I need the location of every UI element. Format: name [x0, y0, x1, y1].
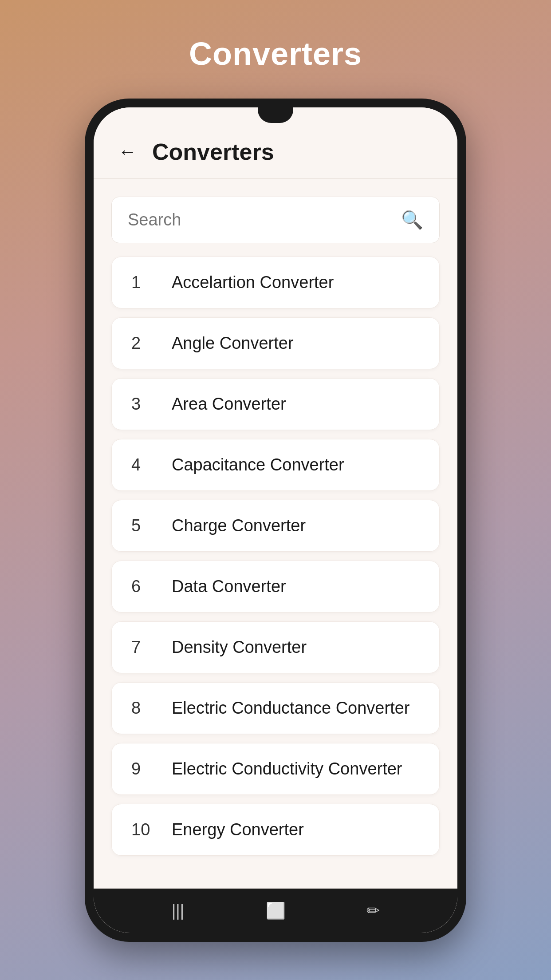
- item-number: 9: [131, 759, 156, 778]
- search-input[interactable]: [128, 210, 401, 229]
- item-number: 10: [131, 820, 156, 839]
- item-label: Electric Conductivity Converter: [172, 759, 402, 778]
- item-number: 7: [131, 638, 156, 657]
- item-number: 3: [131, 395, 156, 414]
- item-label: Accelartion Converter: [172, 273, 334, 292]
- item-number: 6: [131, 577, 156, 596]
- item-label: Electric Conductance Converter: [172, 699, 409, 718]
- item-number: 1: [131, 273, 156, 292]
- list-item[interactable]: 5 Charge Converter: [111, 500, 440, 552]
- item-number: 5: [131, 516, 156, 535]
- list-item[interactable]: 1 Accelartion Converter: [111, 257, 440, 308]
- item-label: Angle Converter: [172, 334, 294, 353]
- item-label: Area Converter: [172, 395, 286, 414]
- item-label: Charge Converter: [172, 516, 306, 535]
- item-label: Data Converter: [172, 577, 286, 596]
- list-item[interactable]: 4 Capacitance Converter: [111, 439, 440, 491]
- item-number: 8: [131, 699, 156, 718]
- item-number: 4: [131, 455, 156, 474]
- list-item[interactable]: 7 Density Converter: [111, 621, 440, 673]
- list-item[interactable]: 8 Electric Conductance Converter: [111, 682, 440, 734]
- phone-screen: ← Converters 🔍 1 Accelartion Converter 2…: [94, 107, 457, 933]
- recent-apps-button[interactable]: |||: [162, 895, 193, 926]
- item-label: Capacitance Converter: [172, 455, 344, 474]
- home-button[interactable]: ⬜: [260, 895, 291, 926]
- item-number: 2: [131, 334, 156, 353]
- header-title: Converters: [152, 138, 274, 165]
- bottom-bar: ||| ⬜ ✏: [94, 889, 457, 933]
- list-item[interactable]: 6 Data Converter: [111, 561, 440, 612]
- list-item[interactable]: 10 Energy Converter: [111, 804, 440, 856]
- back-button[interactable]: ←: [116, 139, 139, 165]
- phone-frame: ← Converters 🔍 1 Accelartion Converter 2…: [85, 99, 466, 942]
- item-label: Energy Converter: [172, 820, 304, 839]
- search-bar[interactable]: 🔍: [111, 197, 440, 243]
- back-nav-button[interactable]: ✏: [358, 895, 389, 926]
- list-item[interactable]: 3 Area Converter: [111, 378, 440, 430]
- list-item[interactable]: 2 Angle Converter: [111, 317, 440, 369]
- page-title: Converters: [189, 36, 362, 72]
- list-item[interactable]: 9 Electric Conductivity Converter: [111, 743, 440, 795]
- search-icon: 🔍: [401, 209, 423, 230]
- item-label: Density Converter: [172, 638, 307, 657]
- screen-content: 🔍 1 Accelartion Converter 2 Angle Conver…: [94, 179, 457, 889]
